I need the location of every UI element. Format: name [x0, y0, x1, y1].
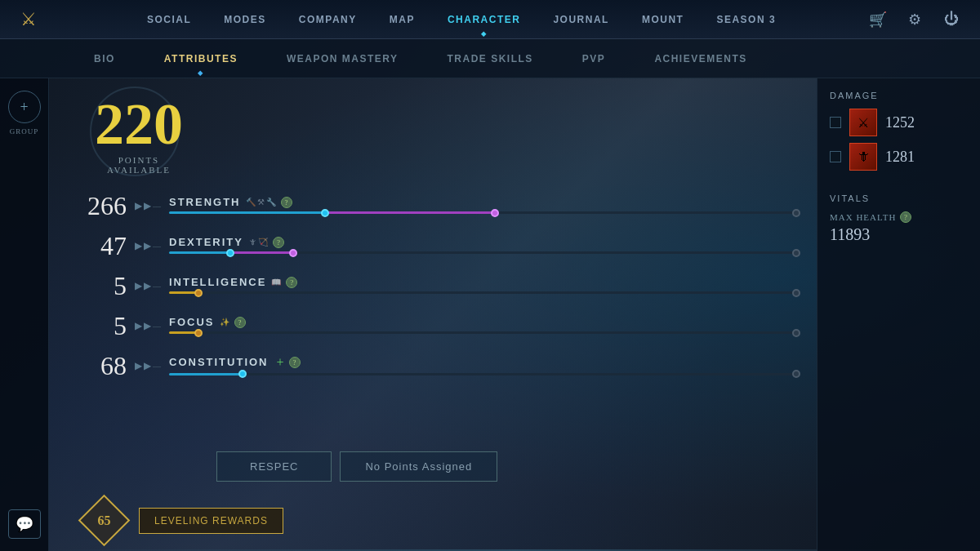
con-fill-blue [169, 373, 245, 375]
focus-label: FOCUS [169, 316, 215, 328]
dex-arrow2[interactable]: ▶ [144, 240, 151, 252]
dex-thumb-blue[interactable] [226, 249, 234, 257]
constitution-label: CONSTITUTION [169, 356, 269, 368]
respec-button[interactable]: Respec [216, 451, 332, 482]
constitution-arrows[interactable]: ▶ ▶ — [135, 360, 161, 372]
con-thumb[interactable] [238, 370, 247, 378]
strength-thumb-purple[interactable] [491, 209, 499, 217]
stat-row-focus: 5 ▶ ▶ — FOCUS ✨ ? [82, 311, 800, 341]
intelligence-track [169, 291, 800, 294]
strength-icons: 🔨 ⚒ 🔧 [246, 198, 276, 207]
dexterity-label: DEXTERITY [169, 236, 243, 248]
focus-name-row: FOCUS ✨ ? [169, 316, 800, 328]
logo-icon: ⚔ [20, 9, 37, 30]
strength-fill-blue [169, 211, 327, 214]
strength-value: 266 [82, 191, 127, 221]
stat-row-intelligence: 5 ▶ ▶ — INTELLIGENCE 📖 ? [82, 271, 800, 301]
chat-button[interactable]: 💬 [8, 509, 41, 539]
level-number: 65 [98, 513, 111, 528]
bottom-buttons: Respec No Points Assigned [82, 451, 800, 482]
damage-section: DAMAGE ⚔ 1252 🗡 1281 [830, 91, 968, 177]
int-arrow2[interactable]: ▶ [144, 280, 151, 292]
nav-item-company[interactable]: COMPANY [283, 0, 373, 39]
power-icon[interactable]: ⏻ [939, 7, 964, 32]
strength-track [169, 211, 800, 214]
intelligence-arrows[interactable]: ▶ ▶ — [135, 280, 161, 292]
nav-item-social[interactable]: SOCIAL [131, 0, 207, 39]
points-box: 220 POINTSAVAILABLE [82, 95, 196, 175]
strength-arrow1[interactable]: ▶ [135, 200, 142, 212]
vital-health-help[interactable]: ? [900, 211, 911, 223]
focus-arrows[interactable]: ▶ ▶ — [135, 320, 161, 332]
dexterity-help[interactable]: ? [273, 237, 284, 248]
intelligence-icons: 📖 [271, 278, 281, 287]
constitution-value: 68 [82, 351, 127, 381]
damage-value-2: 1281 [885, 149, 915, 166]
constitution-plus[interactable]: + [277, 355, 284, 370]
int-thumb[interactable] [194, 289, 203, 297]
focus-value: 5 [82, 311, 127, 341]
foc-thumb[interactable] [194, 329, 203, 337]
intelligence-help[interactable]: ? [286, 277, 297, 288]
dexterity-name-row: DEXTERITY 🗡 🏹 ? [169, 236, 800, 248]
nav-icons: 🛒 ⚙ ⏻ [866, 7, 972, 32]
foc-arrow1[interactable]: ▶ [135, 320, 142, 332]
constitution-help[interactable]: ? [289, 357, 301, 368]
tab-weapon-mastery[interactable]: WEAPON MASTERY [274, 39, 411, 78]
dex-dash: — [153, 242, 161, 251]
dex-icon2: 🏹 [258, 238, 268, 247]
dex-thumb-purple[interactable] [289, 249, 297, 257]
intelligence-main: INTELLIGENCE 📖 ? [169, 276, 800, 296]
intelligence-value: 5 [82, 271, 127, 301]
focus-slider [169, 331, 800, 336]
nav-item-mount[interactable]: MOUNT [626, 0, 701, 39]
focus-icons: ✨ [220, 318, 229, 327]
tab-trade-skills[interactable]: TRADE SKILLS [435, 39, 546, 78]
no-points-button[interactable]: No Points Assigned [340, 451, 497, 482]
int-arrow1[interactable]: ▶ [135, 280, 142, 292]
con-dash: — [153, 362, 161, 371]
vitals-title: VITALS [830, 193, 968, 203]
dex-fill-purple [232, 251, 295, 254]
str-icon2: ⚒ [257, 198, 265, 207]
nav-item-season3[interactable]: SEASON 3 [700, 0, 792, 39]
group-button[interactable]: + [8, 91, 41, 123]
cart-icon[interactable]: 🛒 [866, 7, 890, 32]
focus-help[interactable]: ? [234, 317, 246, 328]
foc-arrow2[interactable]: ▶ [144, 320, 151, 332]
con-arrow2[interactable]: ▶ [144, 360, 151, 372]
vital-label-health: Max Health ? [830, 211, 968, 223]
foc-thumb-end [792, 329, 800, 337]
damage-checkbox-2[interactable] [830, 151, 841, 162]
tab-bio[interactable]: BIO [82, 39, 127, 78]
strength-arrows[interactable]: ▶ ▶ — [135, 200, 161, 212]
sub-nav: BIO ATTRIBUTES WEAPON MASTERY TRADE SKIL… [0, 39, 980, 78]
tab-attributes[interactable]: ATTRIBUTES [152, 39, 250, 78]
damage-checkbox-1[interactable] [830, 117, 841, 128]
nav-item-character[interactable]: CHARACTER [431, 0, 537, 39]
con-arrow1[interactable]: ▶ [135, 360, 142, 372]
intelligence-name-row: INTELLIGENCE 📖 ? [169, 276, 800, 288]
nav-item-journal[interactable]: JOURNAL [537, 0, 626, 39]
points-number: 220 [82, 95, 196, 153]
strength-arrow2[interactable]: ▶ [144, 200, 151, 212]
strength-name-row: STRENGTH 🔨 ⚒ 🔧 ? [169, 196, 800, 208]
settings-icon[interactable]: ⚙ [902, 7, 927, 32]
strength-thumb-blue[interactable] [321, 209, 329, 217]
stat-row-strength: 266 ▶ ▶ — STRENGTH 🔨 ⚒ 🔧 ? [82, 191, 800, 221]
dexterity-arrows[interactable]: ▶ ▶ — [135, 240, 161, 252]
main-content: 220 POINTSAVAILABLE 266 ▶ ▶ — STRENGTH 🔨 [49, 78, 980, 551]
leveling-rewards-button[interactable]: Leveling Rewards [139, 508, 283, 534]
constitution-slider [169, 373, 800, 378]
nav-item-map[interactable]: MAP [373, 0, 431, 39]
nav-item-modes[interactable]: MODES [207, 0, 283, 39]
strength-help[interactable]: ? [281, 197, 292, 208]
dex-arrow1[interactable]: ▶ [135, 240, 142, 252]
tab-pvp[interactable]: PVP [570, 39, 618, 78]
dex-icon1: 🗡 [248, 238, 256, 247]
constitution-main: CONSTITUTION + ? [169, 355, 800, 378]
vital-health-text: Max Health [830, 212, 896, 222]
nav-logo: ⚔ [8, 0, 49, 39]
tab-achievements[interactable]: ACHIEVEMENTS [642, 39, 759, 78]
dexterity-value: 47 [82, 231, 127, 261]
